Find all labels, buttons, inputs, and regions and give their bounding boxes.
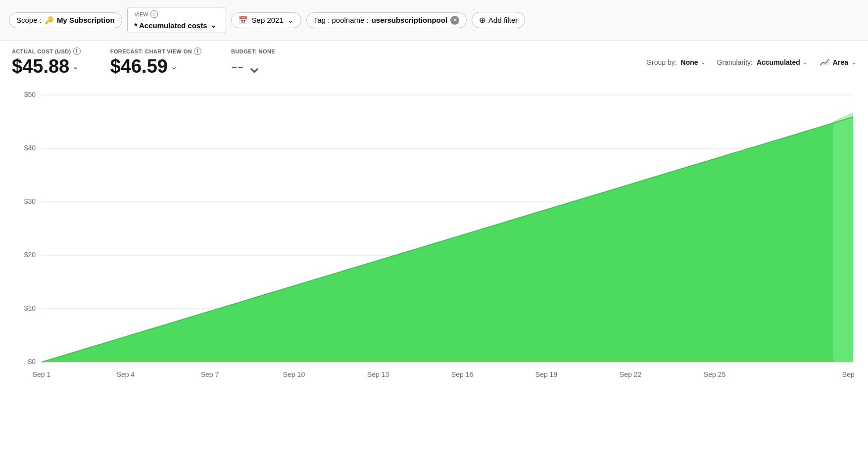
view-value: * Accumulated costs ⌄: [135, 21, 217, 30]
add-filter-label: Add filter: [488, 16, 518, 24]
budget-block: BUDGET: NONE -- ⌄: [231, 48, 275, 77]
area-chart-icon: [819, 58, 830, 66]
svg-marker-0: [820, 59, 829, 65]
svg-text:Sep 10: Sep 10: [283, 370, 305, 378]
granularity-value: Accumulated: [757, 58, 800, 66]
svg-text:$40: $40: [24, 144, 36, 152]
forecast-info-icon[interactable]: i: [194, 47, 201, 55]
group-by-dropdown[interactable]: Group by: None ⌄: [646, 58, 705, 66]
forecast-label: FORECAST: CHART VIEW ON i: [110, 47, 201, 55]
forecast-chevron-icon: ⌄: [171, 62, 177, 71]
tag-value: usersubscriptionpool: [372, 16, 447, 24]
cost-chart: $50 $40 $30 $20 $10 $0 Sep 1 Sep 4 Sep 7…: [12, 80, 856, 387]
svg-text:Sep 4: Sep 4: [117, 370, 135, 378]
svg-text:$0: $0: [28, 358, 36, 366]
svg-text:Sep 16: Sep 16: [451, 370, 474, 378]
scope-value: My Subscription: [57, 16, 115, 24]
add-filter-icon: ⊕: [479, 15, 485, 25]
add-filter-button[interactable]: ⊕ Add filter: [472, 12, 525, 28]
svg-text:Sep 7: Sep 7: [201, 370, 219, 378]
calendar-icon: 📅: [239, 16, 248, 25]
svg-text:Sep 1: Sep 1: [33, 370, 51, 378]
svg-text:Sep 19: Sep 19: [535, 370, 558, 378]
stats-and-controls: ACTUAL COST (USD) i $45.88 ⌄ FORECAST: C…: [0, 41, 868, 80]
scope-prefix: Scope :: [16, 16, 42, 24]
svg-text:Sep 13: Sep 13: [367, 370, 389, 378]
svg-text:$10: $10: [24, 304, 36, 312]
granularity-label: Granularity:: [717, 58, 753, 66]
group-by-label: Group by:: [646, 58, 676, 66]
svg-text:$30: $30: [24, 197, 36, 205]
granularity-dropdown[interactable]: Granularity: Accumulated ⌄: [717, 58, 807, 66]
date-button[interactable]: 📅 Sep 2021 ⌄: [231, 12, 301, 28]
chart-type-value: Area: [833, 58, 848, 66]
actual-cost-info-icon[interactable]: i: [73, 47, 81, 55]
chart-type-dropdown[interactable]: Area ⌄: [819, 58, 856, 66]
budget-value[interactable]: -- ⌄: [231, 55, 275, 77]
svg-text:Sep 30: Sep 30: [842, 370, 856, 378]
actual-cost-chevron-icon: ⌄: [72, 62, 79, 71]
view-label: VIEW i: [135, 10, 158, 18]
toolbar: Scope : 🔑 My Subscription VIEW i * Accum…: [0, 0, 868, 41]
budget-label: BUDGET: NONE: [231, 48, 275, 54]
svg-text:Sep 25: Sep 25: [704, 370, 726, 378]
granularity-chevron-icon: ⌄: [802, 59, 807, 66]
forecast-block: FORECAST: CHART VIEW ON i $46.59 ⌄: [110, 47, 201, 77]
budget-chevron-icon: ⌄: [246, 55, 262, 77]
scope-button[interactable]: Scope : 🔑 My Subscription: [9, 12, 122, 28]
view-info-icon[interactable]: i: [150, 10, 158, 18]
stats-section: ACTUAL COST (USD) i $45.88 ⌄ FORECAST: C…: [12, 47, 275, 77]
chart-controls: Group by: None ⌄ Granularity: Accumulate…: [646, 58, 856, 66]
actual-cost-label: ACTUAL COST (USD) i: [12, 47, 81, 55]
forecast-value[interactable]: $46.59 ⌄: [110, 56, 201, 77]
date-chevron-icon: ⌄: [288, 16, 294, 25]
key-icon: 🔑: [45, 16, 54, 25]
view-button[interactable]: VIEW i * Accumulated costs ⌄: [127, 7, 226, 33]
svg-text:$20: $20: [24, 251, 36, 259]
svg-text:Sep 22: Sep 22: [620, 370, 642, 378]
date-value: Sep 2021: [252, 16, 284, 24]
group-by-value: None: [681, 58, 698, 66]
chart-svg: $50 $40 $30 $20 $10 $0 Sep 1 Sep 4 Sep 7…: [12, 80, 856, 387]
group-by-chevron-icon: ⌄: [700, 59, 705, 66]
forecast-area: [833, 112, 853, 362]
actual-cost-value[interactable]: $45.88 ⌄: [12, 56, 81, 77]
tag-filter-button[interactable]: Tag : poolname : usersubscriptionpool ✕: [306, 12, 467, 28]
tag-label: Tag : poolname :: [314, 16, 369, 24]
svg-text:$50: $50: [24, 91, 36, 98]
chevron-down-icon: ⌄: [210, 21, 217, 30]
tag-remove-icon[interactable]: ✕: [450, 16, 459, 25]
chart-type-chevron-icon: ⌄: [851, 59, 856, 66]
actual-cost-block: ACTUAL COST (USD) i $45.88 ⌄: [12, 47, 81, 77]
